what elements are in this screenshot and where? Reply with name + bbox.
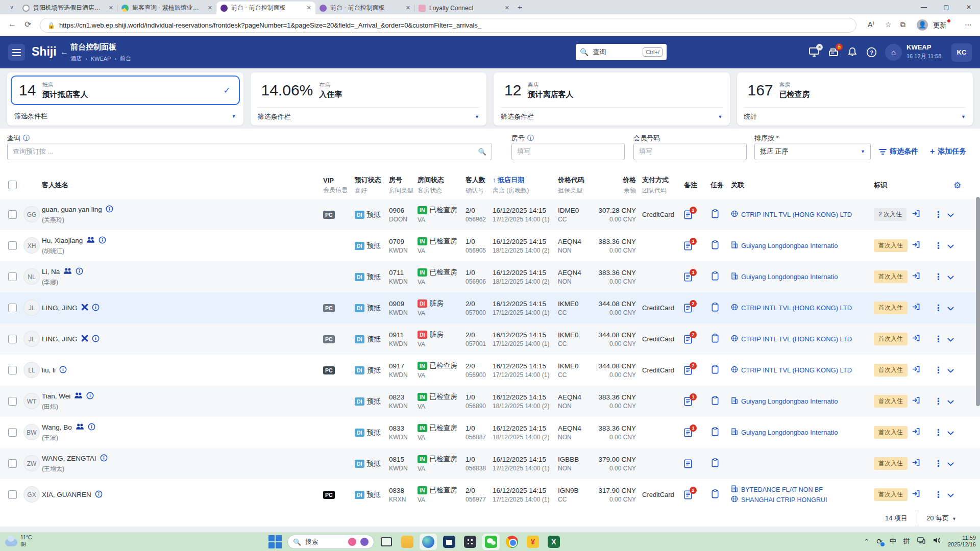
browser-update-button[interactable]: 更新 xyxy=(933,21,946,30)
clipboard-icon[interactable] xyxy=(712,489,719,500)
task-cell[interactable] xyxy=(712,448,719,479)
guest-name-cell[interactable]: LING, JING xyxy=(42,323,100,355)
links-cell[interactable]: CTRIP INTL TVL (HONG KONG) LTD xyxy=(731,199,852,230)
check-in-action[interactable] xyxy=(912,323,920,355)
row-expand-action[interactable] xyxy=(947,261,954,292)
chevron-down-icon[interactable] xyxy=(947,428,954,437)
col-payment[interactable]: 支付方式 xyxy=(642,176,669,185)
chevron-down-icon[interactable] xyxy=(947,304,954,313)
finance-app-icon[interactable]: ¥ xyxy=(524,534,542,550)
note-icon[interactable] xyxy=(684,459,693,468)
wechat-icon[interactable] xyxy=(482,534,500,550)
info-icon[interactable] xyxy=(59,366,67,375)
check-in-action[interactable] xyxy=(912,386,920,417)
guest-name-cell[interactable]: Tian, Wei(田炜) xyxy=(42,386,94,417)
row-menu-action[interactable]: ⋮ xyxy=(934,448,943,479)
linked-reservation-icon[interactable] xyxy=(81,304,88,312)
notes-cell[interactable] xyxy=(684,448,693,479)
row-expand-action[interactable] xyxy=(947,230,954,261)
task-cell[interactable] xyxy=(712,417,719,448)
notes-cell[interactable]: 2 xyxy=(684,479,693,510)
check-in-action[interactable] xyxy=(912,417,920,448)
chevron-down-icon[interactable] xyxy=(947,241,954,251)
header-back-icon[interactable]: ← xyxy=(60,47,68,57)
stat-card-arrivals[interactable]: 14 抵店预计抵店客人 ✓ 筛选条件栏▼ xyxy=(7,72,243,126)
note-icon[interactable]: 2 xyxy=(684,366,693,375)
chevron-down-icon[interactable] xyxy=(947,335,954,344)
related-profile-link[interactable]: SHANGHAI CTRIP HONGRUI xyxy=(731,495,827,504)
table-row[interactable]: JLLING, JINGPCDI预抵0909KWDNDI脏房VA2/005700… xyxy=(0,292,980,323)
help-icon[interactable]: ? xyxy=(866,47,877,58)
kebab-menu-icon[interactable]: ⋮ xyxy=(934,427,943,438)
row-checkbox[interactable] xyxy=(8,272,17,281)
col-room[interactable]: 房号 xyxy=(389,176,413,185)
col-vip[interactable]: VIP xyxy=(323,177,348,184)
network-icon[interactable] xyxy=(917,537,925,546)
guest-name-cell[interactable]: liu, li xyxy=(42,355,67,386)
notifications-bell-icon[interactable] xyxy=(847,47,859,58)
guest-name[interactable]: LING, JING xyxy=(42,304,100,313)
info-icon[interactable] xyxy=(99,236,106,245)
check-in-icon[interactable] xyxy=(912,428,920,437)
taskbar-clock[interactable]: 11:59 2025/12/16 xyxy=(948,535,976,548)
search-icon[interactable]: 🔍 xyxy=(478,148,486,156)
notes-cell[interactable]: 1 xyxy=(684,417,693,448)
check-in-action[interactable] xyxy=(912,230,920,261)
col-guest-name[interactable]: 客人姓名 xyxy=(42,181,68,190)
kebab-menu-icon[interactable]: ⋮ xyxy=(934,334,943,344)
task-cell[interactable] xyxy=(712,386,719,417)
row-menu-action[interactable]: ⋮ xyxy=(934,261,943,292)
browser-tab-1[interactable]: 贵阳机场智选假日酒店系统网址引 ✕ xyxy=(18,2,117,14)
note-icon[interactable]: 1 xyxy=(684,241,693,251)
info-icon[interactable]: ⓘ xyxy=(527,134,534,143)
guest-name-cell[interactable]: Wang, Bo(王波) xyxy=(42,417,95,448)
related-profile-link[interactable]: Guiyang Longdongbao Internatio xyxy=(731,272,838,281)
clipboard-icon[interactable] xyxy=(712,458,719,469)
table-row[interactable]: GGguan, guan yan ling(关燕玲)PCDI预抵0906DOON… xyxy=(0,199,980,230)
col-res-status[interactable]: 预订状态 xyxy=(355,176,381,185)
guest-name[interactable]: Hu, Xiaojiang xyxy=(42,236,106,245)
guest-name-cell[interactable]: Hu, Xiaojiang(胡晓江) xyxy=(42,230,106,261)
check-in-action[interactable] xyxy=(912,199,920,230)
refresh-button[interactable]: ⟳ xyxy=(24,19,31,29)
row-checkbox[interactable] xyxy=(8,241,17,250)
room-number-input[interactable]: 填写 xyxy=(511,143,625,160)
chevron-down-icon[interactable] xyxy=(947,272,954,282)
info-icon[interactable] xyxy=(92,304,100,313)
hamburger-menu-icon[interactable] xyxy=(8,44,25,61)
new-tab-button[interactable]: + xyxy=(518,3,522,11)
tab-close-icon[interactable]: ✕ xyxy=(208,5,212,11)
row-menu-action[interactable]: ⋮ xyxy=(934,323,943,355)
task-cell[interactable] xyxy=(712,261,719,292)
browser-tab-4[interactable]: 前台 - 前台控制面板 ✕ xyxy=(315,2,414,14)
row-menu-action[interactable]: ⋮ xyxy=(934,417,943,448)
stat-card-occupancy[interactable]: 14.06% 在店入住率 筛选条件栏▼ xyxy=(251,72,487,126)
info-icon[interactable] xyxy=(76,267,83,277)
member-number-input[interactable]: 填写 xyxy=(633,143,747,160)
companions-icon[interactable] xyxy=(86,236,95,245)
guest-name[interactable]: LING, JING xyxy=(42,335,100,344)
select-all-checkbox[interactable] xyxy=(8,181,17,189)
note-icon[interactable]: 2 xyxy=(684,210,693,219)
related-profile-link[interactable]: Guiyang Longdongbao Internatio xyxy=(731,241,838,250)
notes-cell[interactable]: 1 xyxy=(684,386,693,417)
tab-close-icon[interactable]: ✕ xyxy=(406,5,410,11)
note-icon[interactable]: 1 xyxy=(684,428,693,437)
clipboard-icon[interactable] xyxy=(712,303,719,314)
ime-pinyin-indicator[interactable]: 拼 xyxy=(903,537,910,546)
row-expand-action[interactable] xyxy=(947,199,954,230)
info-icon[interactable] xyxy=(100,454,108,463)
note-icon[interactable]: 1 xyxy=(684,272,693,282)
col-tasks[interactable]: 任务 xyxy=(710,181,724,190)
info-icon[interactable] xyxy=(92,335,100,344)
chevron-down-icon[interactable] xyxy=(947,490,954,499)
note-icon[interactable]: 2 xyxy=(684,490,693,499)
links-cell[interactable]: CTRIP INTL TVL (HONG KONG) LTD xyxy=(731,292,852,323)
browser-tab-5[interactable]: Loyalty Connect ✕ xyxy=(414,2,513,14)
task-cell[interactable] xyxy=(712,199,719,230)
back-button[interactable]: ← xyxy=(8,19,16,29)
taskbar-search-input[interactable]: 🔍 搜索 xyxy=(287,535,374,549)
window-minimize-button[interactable]: — xyxy=(913,0,935,14)
row-menu-action[interactable]: ⋮ xyxy=(934,230,943,261)
page-size-select[interactable]: 20 每页▼ xyxy=(926,514,957,523)
